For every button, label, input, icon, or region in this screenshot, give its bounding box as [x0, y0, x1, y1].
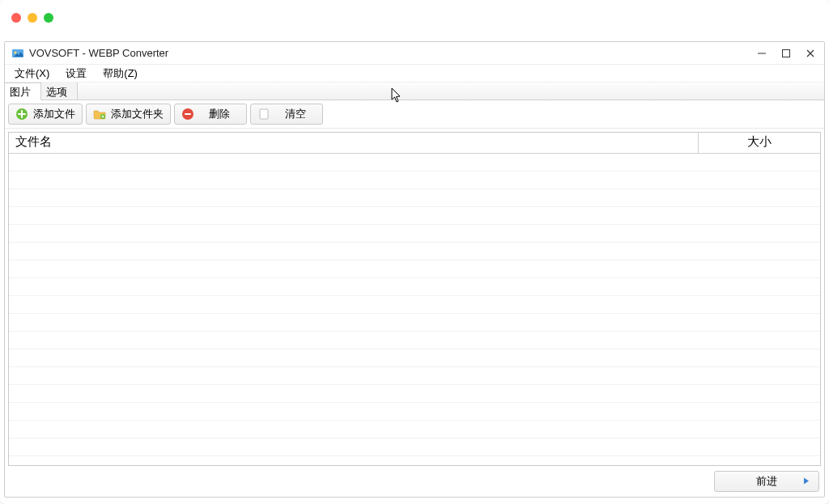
- mac-zoom-button[interactable]: [44, 13, 53, 23]
- table-row: [9, 154, 820, 172]
- mac-minimize-button[interactable]: [28, 13, 37, 23]
- forward-button[interactable]: 前进: [714, 471, 819, 492]
- file-table: 文件名 大小: [8, 132, 821, 466]
- footer: 前进: [5, 466, 824, 497]
- column-size[interactable]: 大小: [699, 133, 820, 153]
- window-title: VOVSOFT - WEBP Converter: [29, 47, 756, 59]
- table-row: [9, 278, 820, 296]
- mac-titlebar: [0, 0, 829, 39]
- app-window: VOVSOFT - WEBP Converter 文件(X) 设置 帮助(Z): [4, 41, 825, 498]
- svg-rect-8: [260, 109, 268, 119]
- document-icon: [257, 108, 270, 121]
- app-icon: [11, 47, 24, 60]
- table-row: [9, 260, 820, 278]
- win-maximize-button[interactable]: [780, 48, 792, 59]
- menu-help[interactable]: 帮助(Z): [96, 66, 144, 82]
- table-row: [9, 243, 820, 260]
- column-filename[interactable]: 文件名: [9, 133, 699, 153]
- svg-point-1: [15, 51, 17, 53]
- clear-button[interactable]: 清空: [250, 104, 323, 125]
- svg-rect-3: [783, 49, 790, 57]
- table-row: [9, 172, 820, 189]
- mac-window: VOVSOFT - WEBP Converter 文件(X) 设置 帮助(Z): [0, 0, 829, 504]
- table-row: [9, 207, 820, 225]
- tab-options-label: 选项: [46, 85, 67, 100]
- table-row: [9, 385, 820, 403]
- plus-icon: [15, 108, 28, 121]
- folder-plus-icon: [93, 108, 106, 121]
- add-file-label: 添加文件: [33, 107, 75, 121]
- tab-bar: 图片 选项: [5, 83, 824, 100]
- table-row: [9, 332, 820, 349]
- play-icon: [802, 476, 810, 488]
- tab-image-label: 图片: [10, 85, 31, 100]
- win-titlebar: VOVSOFT - WEBP Converter: [5, 42, 824, 65]
- table-row: [9, 421, 820, 438]
- table-row: [9, 225, 820, 243]
- svg-rect-7: [185, 113, 191, 115]
- tab-options[interactable]: 选项: [41, 83, 78, 100]
- delete-button[interactable]: 删除: [174, 104, 247, 125]
- add-folder-button[interactable]: 添加文件夹: [86, 104, 171, 125]
- add-folder-label: 添加文件夹: [111, 107, 164, 121]
- minus-icon: [181, 108, 194, 121]
- forward-label: 前进: [756, 474, 777, 489]
- win-minimize-button[interactable]: [756, 48, 767, 59]
- table-row: [9, 438, 820, 456]
- table-row: [9, 189, 820, 207]
- table-header: 文件名 大小: [9, 133, 820, 154]
- win-controls: [756, 48, 818, 59]
- table-row: [9, 403, 820, 421]
- menubar: 文件(X) 设置 帮助(Z): [5, 65, 824, 83]
- tab-image[interactable]: 图片: [5, 83, 41, 100]
- table-row: [9, 314, 820, 332]
- delete-label: 删除: [199, 107, 240, 121]
- table-body[interactable]: [9, 154, 820, 465]
- mac-close-button[interactable]: [11, 13, 21, 23]
- table-row: [9, 367, 820, 385]
- add-file-button[interactable]: 添加文件: [8, 104, 83, 125]
- table-row: [9, 349, 820, 367]
- svg-rect-2: [758, 53, 766, 53]
- win-close-button[interactable]: [805, 48, 816, 59]
- menu-settings[interactable]: 设置: [59, 66, 93, 82]
- clear-label: 清空: [275, 107, 316, 121]
- menu-file[interactable]: 文件(X): [8, 66, 56, 82]
- toolbar: 添加文件 添加文件夹 删除: [5, 100, 824, 129]
- table-row: [9, 296, 820, 314]
